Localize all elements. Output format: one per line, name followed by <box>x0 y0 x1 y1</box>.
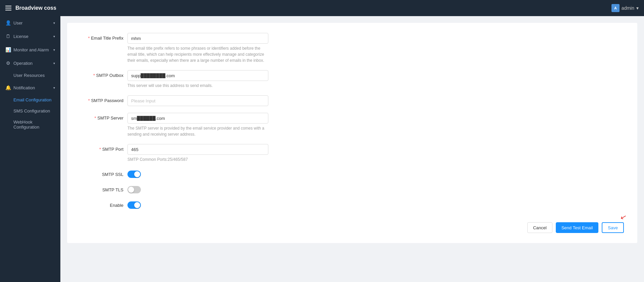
monitor-icon: 📊 <box>5 47 11 52</box>
topbar: Broadview coss A admin ▾ <box>0 0 644 16</box>
smtp-password-label: SMTP Password <box>80 95 127 103</box>
smtp-ssl-toggle[interactable] <box>127 171 141 178</box>
sidebar-item-webhook-config[interactable]: WebHook Configuration <box>0 116 60 133</box>
sidebar-item-user-resources-label: User Resources <box>13 73 45 78</box>
email-title-prefix-input[interactable] <box>127 33 268 44</box>
sidebar-item-notification-label: Notification <box>13 85 35 90</box>
sidebar-item-operation-label: Operation <box>13 61 33 66</box>
smtp-outbox-input[interactable] <box>127 70 268 81</box>
save-button[interactable]: Save <box>602 222 624 233</box>
smtp-server-hint: The SMTP server is provided by the email… <box>127 125 268 137</box>
enable-label: Enable <box>80 200 127 208</box>
sidebar-item-notification[interactable]: 🔔 Notification ▾ <box>0 81 60 94</box>
enable-row: Enable <box>80 200 624 209</box>
chevron-down-icon: ▾ <box>53 61 55 65</box>
smtp-port-hint: SMTP Common Ports:25/465/587 <box>127 156 268 162</box>
user-icon: 👤 <box>5 20 11 26</box>
enable-toggle[interactable] <box>127 201 141 209</box>
cancel-button[interactable]: Cancel <box>527 222 552 233</box>
smtp-outbox-row: SMTP Outbox This server will use this ad… <box>80 70 624 89</box>
sidebar-item-sms-config-label: SMS Configuration <box>13 108 50 113</box>
chevron-down-icon: ▾ <box>53 48 55 52</box>
smtp-server-input[interactable] <box>127 113 268 124</box>
smtp-server-label: SMTP Server <box>80 113 127 121</box>
smtp-port-row: SMTP Port SMTP Common Ports:25/465/587 <box>80 144 624 162</box>
chevron-down-icon: ▾ <box>53 86 55 90</box>
email-title-prefix-row: Email Title Prefix The email title prefi… <box>80 33 624 63</box>
license-icon: 🗒 <box>5 34 11 39</box>
smtp-server-row: SMTP Server The SMTP server is provided … <box>80 113 624 137</box>
sidebar-item-license[interactable]: 🗒 License ▾ <box>0 30 60 43</box>
smtp-ssl-label: SMTP SSL <box>80 169 127 177</box>
sidebar-item-monitor[interactable]: 📊 Monitor and Alarm ▾ <box>0 43 60 56</box>
smtp-tls-toggle[interactable] <box>127 186 141 193</box>
sidebar-item-monitor-label: Monitor and Alarm <box>13 47 49 52</box>
smtp-tls-row: SMTP TLS <box>80 185 624 193</box>
smtp-password-row: SMTP Password <box>80 95 624 106</box>
user-menu[interactable]: A admin ▾ <box>611 4 639 12</box>
sidebar-item-user-resources[interactable]: User Resources <box>0 70 60 81</box>
main-content: Email Title Prefix The email title prefi… <box>60 16 644 282</box>
sidebar-item-user-label: User <box>13 20 22 26</box>
smtp-outbox-hint: This server will use this address to sen… <box>127 83 268 89</box>
smtp-tls-label: SMTP TLS <box>80 185 127 192</box>
smtp-port-input[interactable] <box>127 144 268 155</box>
menu-toggle[interactable] <box>5 6 11 10</box>
smtp-outbox-label: SMTP Outbox <box>80 70 127 78</box>
admin-label: admin <box>622 5 634 11</box>
email-title-prefix-label: Email Title Prefix <box>80 33 127 41</box>
send-test-email-button[interactable]: Send Test Email <box>556 222 599 233</box>
sidebar-item-webhook-config-label: WebHook Configuration <box>13 120 39 130</box>
sidebar: 👤 User ▾ 🗒 License ▾ 📊 Monitor and Alarm… <box>0 16 60 282</box>
email-title-prefix-hint: The email title prefix refers to some ph… <box>127 45 268 63</box>
form-card: Email Title Prefix The email title prefi… <box>67 23 637 243</box>
sidebar-item-email-config[interactable]: Email Configuration <box>0 94 60 105</box>
operation-icon: ⚙ <box>5 60 11 66</box>
sidebar-item-operation[interactable]: ⚙ Operation ▾ <box>0 56 60 70</box>
smtp-ssl-row: SMTP SSL <box>80 169 624 178</box>
smtp-port-label: SMTP Port <box>80 144 127 152</box>
admin-avatar: A <box>611 4 620 12</box>
sidebar-item-license-label: License <box>13 34 29 39</box>
action-buttons: Cancel Send Test Email ↙ Save <box>80 222 624 233</box>
smtp-password-input[interactable] <box>127 95 268 106</box>
chevron-down-icon: ▾ <box>53 35 55 38</box>
admin-chevron-icon: ▾ <box>636 5 639 11</box>
app-title: Broadview coss <box>15 5 56 11</box>
chevron-down-icon: ▾ <box>53 21 55 25</box>
sidebar-item-user[interactable]: 👤 User ▾ <box>0 16 60 30</box>
sidebar-item-sms-config[interactable]: SMS Configuration <box>0 105 60 116</box>
notification-icon: 🔔 <box>5 85 11 90</box>
save-arrow-indicator: ↙ <box>620 212 628 222</box>
sidebar-item-email-config-label: Email Configuration <box>13 97 51 102</box>
